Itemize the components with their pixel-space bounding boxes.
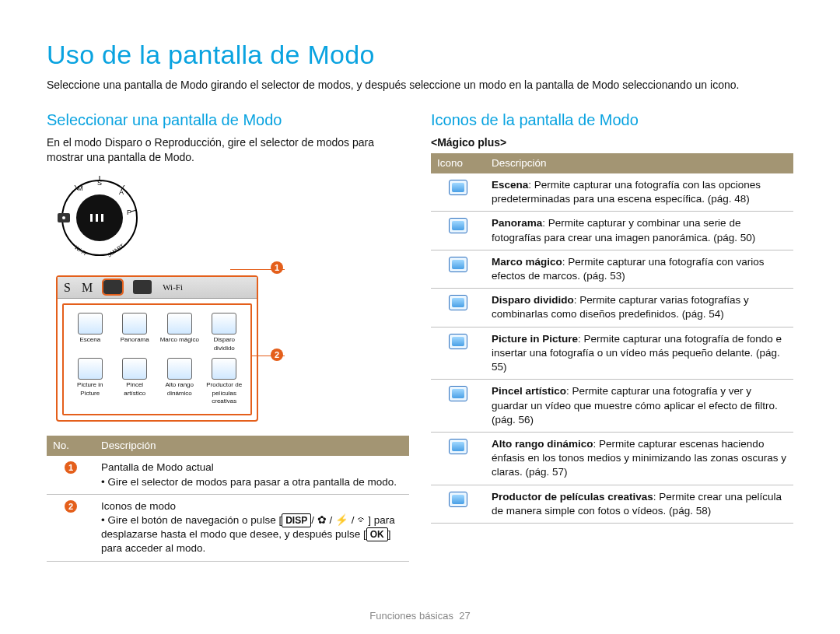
table-row: Disparo dividido: Permite capturar varia… xyxy=(431,289,793,327)
mode-icon-pip xyxy=(78,358,103,380)
mode-icon-marco xyxy=(167,313,192,335)
mode-icon-escena xyxy=(78,313,103,335)
hdr-icon xyxy=(449,439,467,454)
table-row: 1 Pantalla de Modo actual • Gire el sele… xyxy=(47,456,409,494)
mode-icon-dividido xyxy=(212,313,236,335)
disparo-dividido-icon xyxy=(449,295,467,310)
right-subhead: <Mágico plus> xyxy=(431,135,793,150)
table-row: Panorama: Permite capturar y combinar un… xyxy=(431,212,793,250)
row1-badge: 1 xyxy=(65,461,77,474)
mode-icon-hdr xyxy=(167,358,192,380)
ok-button-icon: OK xyxy=(366,527,388,541)
svg-text:M: M xyxy=(77,184,83,192)
th-no: No. xyxy=(47,436,95,456)
th-desc: Descripción xyxy=(95,436,409,456)
pip-icon xyxy=(449,334,467,349)
left-heading: Seleccionar una pantalla de Modo xyxy=(47,110,409,131)
left-body: En el modo Disparo o Reproducción, gire … xyxy=(47,135,409,165)
pincel-icon xyxy=(449,386,467,401)
mode-screen-illustration: 1 2 S M Wi-Fi Escena Panorama Marco mági… xyxy=(56,275,258,422)
table-row: Marco mágico: Permite capturar una fotog… xyxy=(431,250,793,288)
camera-icon xyxy=(103,280,122,294)
svg-rect-3 xyxy=(101,214,103,222)
row1-bullet: Gire el selector de modos para pasar a o… xyxy=(107,476,396,488)
mode-dial-illustration: S A P M SMART Wi-Fi xyxy=(53,171,146,264)
row2-title: Iconos de modo xyxy=(101,499,403,513)
page-title: Uso de la pantalla de Modo xyxy=(47,37,793,73)
lcd-top-s: S xyxy=(64,279,71,296)
mode-icon-panorama xyxy=(122,313,147,335)
svg-point-6 xyxy=(62,216,65,219)
row2-badge: 2 xyxy=(65,500,77,513)
page-footer: Funciones básicas 27 xyxy=(0,609,840,623)
table-row: 2 Iconos de modo • Gire el botón de nave… xyxy=(47,494,409,561)
svg-point-1 xyxy=(76,194,123,241)
intro-text: Seleccione una pantalla de Modo girando … xyxy=(47,78,793,93)
table-row: Productor de películas creativas: Permit… xyxy=(431,485,793,523)
table-row: Pincel artístico: Permite capturar una f… xyxy=(431,380,793,433)
right-heading: Iconos de la pantalla de Modo xyxy=(431,110,793,131)
callout-2: 2 xyxy=(271,349,283,361)
right-table: Icono Descripción Escena: Permite captur… xyxy=(431,153,793,524)
svg-rect-4 xyxy=(90,214,93,222)
svg-text:P: P xyxy=(127,208,131,216)
video-icon xyxy=(133,280,152,294)
left-table: No. Descripción 1 Pantalla de Modo actua… xyxy=(47,436,409,562)
th-desc2: Descripción xyxy=(485,153,793,173)
svg-rect-2 xyxy=(96,214,98,222)
callout-1: 1 xyxy=(271,261,283,274)
table-row: Picture in Picture: Permite capturar una… xyxy=(431,327,793,380)
marco-magico-icon xyxy=(449,257,467,272)
mode-icon-pincel xyxy=(122,358,147,380)
productor-icon xyxy=(449,492,467,507)
escena-icon xyxy=(449,180,467,195)
mode-icon-productor xyxy=(212,358,236,380)
row1-title: Pantalla de Modo actual xyxy=(101,461,403,475)
table-row: Escena: Permite capturar una fotografía … xyxy=(431,173,793,212)
right-column: Iconos de la pantalla de Modo <Mágico pl… xyxy=(431,110,793,562)
th-icon: Icono xyxy=(431,153,485,173)
lcd-top-m: M xyxy=(82,279,93,296)
disp-button-icon: DISP xyxy=(282,513,311,527)
lcd-top-wifi: Wi-Fi xyxy=(163,282,183,293)
panorama-icon xyxy=(449,218,467,233)
left-column: Seleccionar una pantalla de Modo En el m… xyxy=(47,110,409,562)
table-row: Alto rango dinámico: Permite capturar es… xyxy=(431,432,793,485)
